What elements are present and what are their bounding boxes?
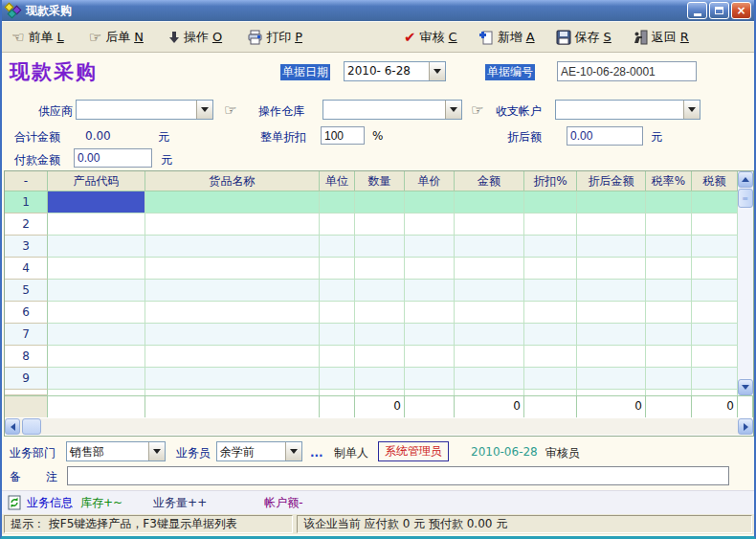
remark-input[interactable] — [67, 466, 729, 485]
chevron-down-icon[interactable] — [285, 442, 301, 460]
chevron-down-icon[interactable] — [196, 101, 212, 119]
row-number: 1 — [5, 191, 48, 213]
doc-date-combo[interactable]: 2010- 6-28 — [344, 61, 446, 81]
maximize-button[interactable] — [709, 2, 729, 19]
exit-door-icon — [633, 30, 648, 45]
table-row[interactable]: 3 — [5, 236, 738, 258]
discount-input[interactable] — [321, 126, 365, 145]
total-tax: 0 — [692, 396, 738, 417]
table-row[interactable]: 5 — [5, 280, 738, 302]
window-title: 现款采购 — [26, 3, 72, 19]
prev-doc-button[interactable]: ☜ 前单L — [11, 29, 64, 46]
maker-date: 2010-06-28 — [471, 445, 538, 459]
selected-cell[interactable] — [48, 191, 145, 213]
row-number: 2 — [5, 213, 48, 236]
table-row[interactable]: 6 — [5, 302, 738, 324]
page-title: 现款采购 — [10, 58, 98, 85]
dept-combo[interactable]: 销售部 — [66, 441, 166, 461]
col-header: 单价 — [405, 171, 455, 191]
table-row[interactable]: 9 — [5, 368, 738, 390]
dept-label: 业务部门 — [10, 445, 56, 461]
horizontal-scroll-thumb[interactable] — [22, 418, 41, 435]
status-bar: 提示： 按F5键选择产品，F3键显示单据列表 该企业当前 应付款 0 元 预付款… — [2, 514, 754, 534]
chevron-down-icon[interactable] — [445, 101, 461, 119]
minimize-button[interactable] — [687, 2, 707, 19]
vertical-scrollbar[interactable]: ≡ — [738, 171, 753, 395]
horizontal-scrollbar[interactable] — [5, 418, 753, 435]
payment-input[interactable] — [74, 148, 152, 168]
clerk-label: 业务员 — [176, 445, 211, 461]
doc-no-label: 单据编号 — [485, 64, 535, 80]
auditor-label: 审核员 — [545, 445, 580, 461]
scroll-left-button[interactable] — [5, 418, 20, 435]
items-grid: - 产品代码 货品名称 单位 数量 单价 金额 折扣% 折后金额 税率% 税额 … — [4, 170, 754, 437]
print-button[interactable]: 打印P — [247, 29, 302, 46]
total-amount-unit: 元 — [158, 129, 169, 146]
save-button[interactable]: 保存S — [556, 29, 611, 46]
row-number: 5 — [5, 280, 48, 302]
scroll-up-button[interactable] — [738, 171, 753, 188]
total-amount-value: 0.00 — [85, 129, 111, 143]
payment-unit: 元 — [161, 152, 172, 168]
account-combo[interactable] — [555, 100, 700, 120]
new-button[interactable]: 新增A — [478, 29, 535, 46]
col-header: 产品代码 — [48, 171, 145, 191]
title-bar: 现款采购 × — [2, 0, 754, 21]
return-button[interactable]: 返回R — [633, 29, 689, 46]
grid-header-row: - 产品代码 货品名称 单位 数量 单价 金额 折扣% 折后金额 税率% 税额 — [5, 171, 738, 191]
row-number: 4 — [5, 258, 48, 280]
scroll-right-button[interactable] — [738, 418, 753, 435]
hand-left-icon: ☜ — [11, 29, 24, 46]
more-button[interactable]: ... — [310, 446, 323, 460]
close-button[interactable]: × — [731, 2, 751, 19]
chevron-down-icon[interactable] — [429, 62, 445, 80]
table-row[interactable]: 2 — [5, 213, 738, 236]
account-info: 帐户额- — [264, 495, 302, 511]
table-row[interactable]: 1 — [5, 191, 738, 213]
next-doc-button[interactable]: ☞ 后单N — [89, 29, 144, 46]
row-number: 8 — [5, 346, 48, 368]
col-header: 折扣% — [524, 171, 577, 191]
maker-label: 制单人 — [334, 445, 368, 461]
scroll-down-button[interactable] — [738, 379, 753, 395]
supplier-lookup-icon[interactable]: ☞ — [224, 101, 236, 119]
totals-row: 0 0 0 0 — [5, 395, 753, 416]
audit-button[interactable]: ✔ 审核C — [404, 29, 457, 46]
floppy-icon — [556, 30, 571, 45]
col-header: 单位 — [320, 171, 355, 191]
warehouse-label: 操作仓库 — [258, 103, 304, 120]
check-icon: ✔ — [404, 29, 416, 46]
refresh-doc-icon — [8, 495, 21, 510]
warehouse-combo[interactable] — [322, 100, 462, 120]
operate-button[interactable]: 操作O — [168, 29, 222, 46]
table-row[interactable]: 8 — [5, 346, 738, 368]
footer-panel: 业务部门 销售部 业务员 余学前 ... 制单人 系统管理员 2010-06-2… — [2, 437, 754, 514]
after-discount-input[interactable] — [567, 126, 643, 146]
col-header: 折后金额 — [577, 171, 646, 191]
col-header: 货品名称 — [145, 171, 320, 191]
supplier-combo[interactable] — [76, 100, 213, 120]
doc-no-input[interactable] — [557, 61, 697, 81]
row-number: 7 — [5, 324, 48, 346]
chevron-down-icon[interactable] — [148, 442, 165, 460]
chevron-down-icon[interactable] — [683, 101, 700, 119]
status-balance: 该企业当前 应付款 0 元 预付款 0.00 元 — [297, 515, 752, 533]
vertical-scroll-thumb[interactable]: ≡ — [738, 189, 753, 208]
printer-icon — [247, 30, 262, 45]
table-row[interactable]: 4 — [5, 258, 738, 280]
remark-label: 备注 — [10, 469, 57, 485]
table-row[interactable]: 7 — [5, 324, 738, 346]
supplier-label: 供应商 — [38, 103, 73, 120]
clerk-combo[interactable]: 余学前 — [216, 441, 302, 461]
col-header: 数量 — [355, 171, 405, 191]
app-window: 现款采购 × ☜ 前单L ☞ 后单N 操作O — [0, 0, 756, 539]
clerk-value: 余学前 — [217, 442, 285, 460]
doc-date-value: 2010- 6-28 — [345, 62, 429, 80]
app-diamonds-icon — [5, 3, 22, 18]
warehouse-lookup-icon[interactable]: ☞ — [471, 101, 483, 119]
total-qty: 0 — [355, 396, 405, 417]
volume-info: 业务量++ — [153, 495, 207, 511]
down-arrow-icon — [168, 31, 180, 44]
stock-info: 库存+~ — [80, 495, 122, 511]
business-info-row: 业务信息 库存+~ 业务量++ 帐户额- — [2, 490, 754, 514]
